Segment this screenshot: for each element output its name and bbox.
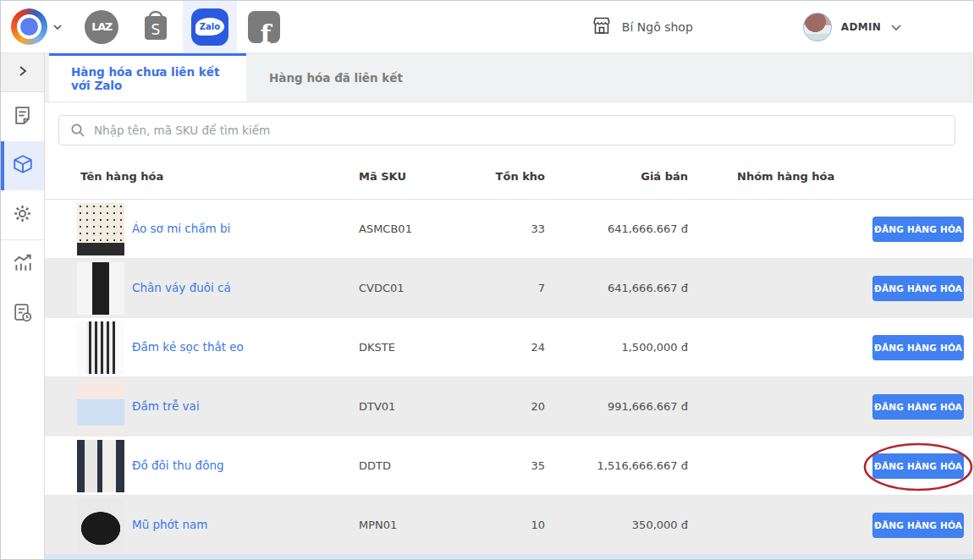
column-header-stock: Tồn kho xyxy=(443,170,545,183)
user-chevron-down-icon xyxy=(890,22,900,32)
product-sku: DTV01 xyxy=(359,400,395,413)
column-header-name: Tên hàng hóa xyxy=(80,170,163,183)
channel-lazada[interactable]: LAZ xyxy=(74,1,129,53)
product-stock: 20 xyxy=(443,400,545,413)
product-name-link[interactable]: Chân váy đuôi cá xyxy=(132,281,231,294)
publish-product-button[interactable]: ĐĂNG HÀNG HÓA xyxy=(872,394,964,420)
product-price: 1,516,666.667 đ xyxy=(561,459,688,472)
table-body: Áo sơ mi chấm bi ASMCB01 33 641,666.667 … xyxy=(45,200,973,555)
product-stock: 35 xyxy=(443,459,545,472)
table-row: Mũ phớt nam MPN01 10 350,000 đ ĐĂNG HÀNG… xyxy=(45,496,973,555)
table-row: Đầm kẻ sọc thắt eo DKSTE 24 1,500,000 đ … xyxy=(45,318,973,377)
sidebar-item-reports[interactable] xyxy=(1,289,44,338)
channel-switcher: LAZ S Zalo f xyxy=(74,1,291,53)
product-image[interactable] xyxy=(77,499,124,552)
product-sku: DKSTE xyxy=(359,341,395,354)
column-header-sku: Mã SKU xyxy=(359,170,406,183)
tab-linked[interactable]: Hàng hóa đã liên kết xyxy=(246,53,426,102)
channel-shopee[interactable]: S xyxy=(129,1,183,53)
channel-facebook[interactable]: f xyxy=(237,1,291,53)
search-box xyxy=(58,115,955,145)
product-price: 1,500,000 đ xyxy=(561,341,688,354)
table-header: Tên hàng hóa Mã SKU Tồn kho Giá bán Nhóm… xyxy=(45,155,973,200)
product-image[interactable] xyxy=(77,203,124,255)
svg-text:S: S xyxy=(151,21,161,38)
main-panel: Hàng hóa chưa liên kết với Zalo Hàng hóa… xyxy=(45,53,973,559)
product-image[interactable] xyxy=(77,262,124,315)
sidebar-expand-button[interactable] xyxy=(1,53,44,92)
publish-product-button[interactable]: ĐĂNG HÀNG HÓA xyxy=(872,276,964,301)
horizontal-scrollbar[interactable] xyxy=(45,553,973,559)
publish-product-button[interactable]: ĐĂNG HÀNG HÓA xyxy=(872,335,964,360)
avatar xyxy=(803,13,832,41)
product-stock: 24 xyxy=(443,341,545,354)
product-price: 350,000 đ xyxy=(561,519,688,531)
app-window: LAZ S Zalo f xyxy=(0,0,974,560)
search-icon xyxy=(70,123,85,138)
table-row: Đồ đôi thu đông DDTD 35 1,516,666.667 đ … xyxy=(45,436,973,496)
store-icon xyxy=(592,16,612,38)
sidebar-item-products[interactable] xyxy=(1,141,44,190)
product-stock: 33 xyxy=(443,222,545,235)
product-sku: CVDC01 xyxy=(359,282,404,294)
logo-chevron-down-icon[interactable] xyxy=(52,22,63,32)
product-image[interactable] xyxy=(77,440,124,492)
product-sku: ASMCB01 xyxy=(359,222,412,235)
publish-product-button[interactable]: ĐĂNG HÀNG HÓA xyxy=(872,217,964,242)
product-name-link[interactable]: Mũ phớt nam xyxy=(132,518,207,531)
publish-product-button[interactable]: ĐĂNG HÀNG HÓA xyxy=(872,513,964,538)
product-sku: MPN01 xyxy=(359,519,397,531)
product-name-link[interactable]: Đầm trễ vai xyxy=(132,399,200,413)
content-area: Tên hàng hóa Mã SKU Tồn kho Giá bán Nhóm… xyxy=(45,102,973,559)
sidebar xyxy=(1,53,45,559)
zalo-icon: Zalo xyxy=(191,8,228,46)
product-image[interactable] xyxy=(77,321,124,374)
product-stock: 7 xyxy=(443,282,545,294)
sidebar-item-orders[interactable] xyxy=(1,92,44,141)
product-price: 641,666.667 đ xyxy=(561,282,688,294)
product-name-link[interactable]: Đầm kẻ sọc thắt eo xyxy=(132,340,244,354)
product-name-link[interactable]: Đồ đôi thu đông xyxy=(132,458,224,472)
orders-document-icon xyxy=(12,105,33,129)
chevron-right-icon xyxy=(17,64,29,80)
facebook-icon: f xyxy=(248,11,280,43)
table-row: Áo sơ mi chấm bi ASMCB01 33 641,666.667 … xyxy=(45,200,973,259)
product-name-link[interactable]: Áo sơ mi chấm bi xyxy=(132,222,230,235)
product-price: 991,666.667 đ xyxy=(561,400,688,413)
column-header-group: Nhóm hàng hóa xyxy=(737,170,834,183)
sidebar-item-analytics[interactable] xyxy=(1,240,44,289)
user-name: ADMIN xyxy=(841,21,881,33)
product-sku: DDTD xyxy=(359,459,391,472)
column-header-price: Giá bán xyxy=(561,170,688,183)
gear-icon xyxy=(12,203,33,228)
tab-not-linked[interactable]: Hàng hóa chưa liên kết với Zalo xyxy=(49,53,246,102)
tab-bar: Hàng hóa chưa liên kết với Zalo Hàng hóa… xyxy=(45,53,973,102)
app-logo[interactable] xyxy=(11,8,47,45)
product-image[interactable] xyxy=(77,381,124,433)
chart-icon xyxy=(12,252,34,277)
shopee-icon: S xyxy=(140,7,172,47)
search-input[interactable] xyxy=(94,124,955,137)
user-menu[interactable]: ADMIN xyxy=(803,13,900,41)
channel-zalo[interactable]: Zalo xyxy=(183,1,237,53)
product-price: 641,666.667 đ xyxy=(561,222,688,235)
products-package-icon xyxy=(12,153,34,178)
topbar: LAZ S Zalo f xyxy=(1,1,973,53)
report-clock-icon xyxy=(12,302,33,327)
publish-product-button[interactable]: ĐĂNG HÀNG HÓA xyxy=(872,453,964,479)
sidebar-item-settings[interactable] xyxy=(1,190,44,239)
shop-name: Bí Ngô shop xyxy=(622,20,693,34)
table-row: Đầm trễ vai DTV01 20 991,666.667 đ ĐĂNG … xyxy=(45,377,973,436)
product-stock: 10 xyxy=(443,519,545,531)
lazada-icon: LAZ xyxy=(85,10,118,44)
table-row: Chân váy đuôi cá CVDC01 7 641,666.667 đ … xyxy=(45,259,973,318)
